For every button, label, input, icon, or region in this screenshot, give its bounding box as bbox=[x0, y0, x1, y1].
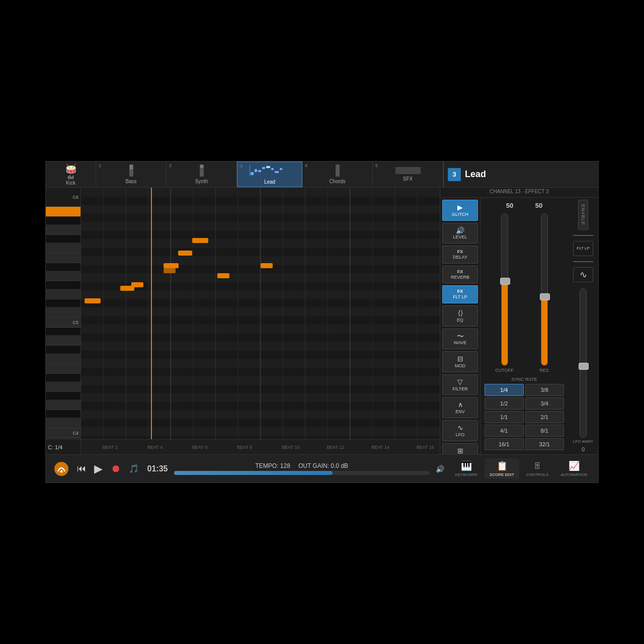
track-header-row: 🥁 Kick 1 Bass 2 bbox=[46, 162, 598, 188]
piano-key-white[interactable] bbox=[46, 253, 80, 263]
track-synth[interactable]: 2 Synth bbox=[167, 162, 237, 187]
enable-button[interactable]: ENABLE bbox=[578, 200, 588, 230]
note-7[interactable] bbox=[192, 238, 208, 243]
volume-button[interactable]: 🔊 bbox=[434, 463, 446, 475]
sync-1-1[interactable]: 1/1 bbox=[485, 411, 524, 423]
piano-c4[interactable]: C4 bbox=[46, 428, 80, 438]
piano-key-black[interactable] bbox=[46, 263, 80, 271]
piano-key-black[interactable] bbox=[46, 410, 80, 418]
piano-key-black[interactable] bbox=[46, 217, 80, 225]
cutoff-fader-track[interactable] bbox=[501, 213, 508, 366]
piano-key-black[interactable] bbox=[46, 374, 80, 382]
active-key-c6[interactable] bbox=[46, 207, 80, 217]
svg-rect-0 bbox=[251, 172, 254, 175]
tab-controls[interactable]: 🎚 CONTROLS bbox=[521, 459, 553, 479]
svg-rect-5 bbox=[271, 168, 274, 170]
note-4[interactable] bbox=[164, 263, 179, 268]
cutoff-fader-thumb[interactable] bbox=[500, 278, 510, 285]
note-6[interactable] bbox=[178, 251, 192, 256]
fx-btn-reverb[interactable]: FX REVERB bbox=[442, 266, 478, 284]
keyboard-tab-icon: 🎹 bbox=[461, 460, 472, 471]
tab-automation[interactable]: 📈 AUTOMATION bbox=[555, 458, 592, 479]
piano-key-white[interactable] bbox=[46, 400, 80, 410]
lfo-amnt-thumb[interactable] bbox=[579, 363, 589, 370]
piano-key-white[interactable] bbox=[46, 225, 80, 235]
piano-key-white[interactable] bbox=[46, 418, 80, 428]
controls-tab-label: CONTROLS bbox=[526, 472, 548, 477]
sync-3-4[interactable]: 3/4 bbox=[525, 397, 565, 410]
fx-btn-glitch[interactable]: ▶ GLITCH bbox=[442, 200, 478, 221]
fx-btn-voices[interactable]: ⊞ VOICES bbox=[442, 443, 478, 454]
lfo-amnt-area: LFO AMNT 0 bbox=[573, 288, 593, 452]
piano-key-white[interactable] bbox=[46, 307, 80, 317]
grid-background bbox=[81, 188, 440, 439]
piano-key-white[interactable] bbox=[46, 243, 80, 253]
lfo-amnt-track[interactable] bbox=[580, 288, 587, 438]
bottom-toolbar: ⏮ ▶ ⏺ 🎵 01:35 TEMPO: 128 OUT GAIN: 0.0 d… bbox=[46, 454, 598, 482]
score-area[interactable]: BEAT 2 BEAT 4 BEAT 6 BEAT 8 BEAT 10 BEAT… bbox=[81, 188, 440, 454]
track-kick[interactable]: 🥁 Kick bbox=[46, 162, 96, 187]
res-fader-thumb[interactable] bbox=[540, 293, 550, 300]
sfx-label: SFX bbox=[403, 176, 413, 182]
fx-btn-fltlp[interactable]: FX FLT LP bbox=[442, 285, 478, 303]
track-lead[interactable]: 3 Lead bbox=[237, 162, 302, 187]
sync-4-1[interactable]: 4/1 bbox=[485, 425, 524, 437]
res-val: 50 bbox=[526, 202, 551, 209]
progress-bar[interactable] bbox=[174, 471, 430, 475]
fx-btn-level[interactable]: 🔊 LEVEL bbox=[442, 223, 478, 244]
lead-pattern-svg bbox=[250, 165, 290, 176]
piano-c5[interactable]: C5 bbox=[46, 317, 80, 328]
fx-btn-lfo[interactable]: ∿ LFO bbox=[442, 420, 478, 441]
sync-rate-label: SYNC RATE bbox=[485, 377, 564, 382]
sync-2-1[interactable]: 2/1 bbox=[525, 411, 565, 423]
piano-key-black[interactable] bbox=[46, 392, 80, 400]
piano-key-black[interactable] bbox=[46, 235, 80, 243]
sync-1-2[interactable]: 1/2 bbox=[485, 397, 524, 410]
note-8[interactable] bbox=[217, 273, 229, 278]
track-bass[interactable]: 1 Bass bbox=[96, 162, 167, 187]
fx-btn-delay[interactable]: FX DELAY bbox=[442, 246, 478, 264]
metronome-button[interactable]: 🎵 bbox=[127, 462, 141, 475]
note-3[interactable] bbox=[131, 282, 143, 287]
fx-btn-eq[interactable]: ⟨⟩ EQ bbox=[442, 305, 478, 327]
fx-btn-env[interactable]: ∧ ENV bbox=[442, 397, 478, 418]
cutoff-fader-group: CUTOFF bbox=[487, 213, 522, 373]
record-button[interactable]: ⏺ bbox=[109, 461, 123, 476]
tab-score-edit[interactable]: 📋 SCORE EDIT bbox=[485, 458, 519, 479]
fx-btn-mod[interactable]: ⊟ MOD bbox=[442, 351, 478, 372]
flt-lp-button[interactable]: FLT LP bbox=[573, 241, 593, 256]
piano-key-white[interactable] bbox=[46, 382, 80, 392]
play-button[interactable]: ▶ bbox=[92, 460, 105, 477]
sync-1-4[interactable]: 1/4 bbox=[485, 384, 524, 396]
note-5[interactable] bbox=[164, 268, 176, 273]
note-1[interactable] bbox=[85, 298, 101, 303]
piano-key-white[interactable] bbox=[46, 271, 80, 281]
res-fader-track[interactable] bbox=[541, 213, 548, 366]
sync-16-1[interactable]: 16/1 bbox=[485, 438, 524, 450]
fx-btn-wave[interactable]: 〜 WAVE bbox=[442, 329, 478, 350]
piano-key-black[interactable] bbox=[46, 281, 80, 289]
fader-tracks: CUTOFF RES bbox=[482, 211, 566, 375]
piano-key-black[interactable] bbox=[46, 328, 80, 336]
wave-shape-button[interactable]: ∿ bbox=[573, 267, 593, 282]
rewind-button[interactable]: ⏮ bbox=[75, 461, 88, 476]
tab-keyboard[interactable]: 🎹 KEYBOARD bbox=[450, 458, 482, 479]
fx-btn-filter[interactable]: ▽ FILTER bbox=[442, 374, 478, 395]
piano-key-white[interactable] bbox=[46, 354, 80, 364]
piano-key-black[interactable] bbox=[46, 299, 80, 307]
piano-key-black[interactable] bbox=[46, 346, 80, 354]
piano-key-white[interactable] bbox=[46, 289, 80, 299]
logo-icon bbox=[54, 461, 69, 476]
separator-1 bbox=[573, 235, 593, 236]
piano-key-white[interactable] bbox=[46, 364, 80, 374]
track-chords[interactable]: 4 Chords bbox=[302, 162, 373, 187]
sync-3-8[interactable]: 3/8 bbox=[525, 384, 565, 396]
voices-icon: ⊞ bbox=[445, 447, 475, 454]
note-9[interactable] bbox=[261, 263, 273, 268]
sync-8-1[interactable]: 8/1 bbox=[525, 425, 565, 437]
piano-key-white[interactable] bbox=[46, 336, 80, 346]
svg-point-24 bbox=[54, 462, 68, 476]
sync-32-1[interactable]: 32/1 bbox=[525, 438, 565, 450]
track-sfx[interactable]: 5 SFX bbox=[373, 162, 443, 187]
logo-button[interactable] bbox=[52, 459, 71, 478]
